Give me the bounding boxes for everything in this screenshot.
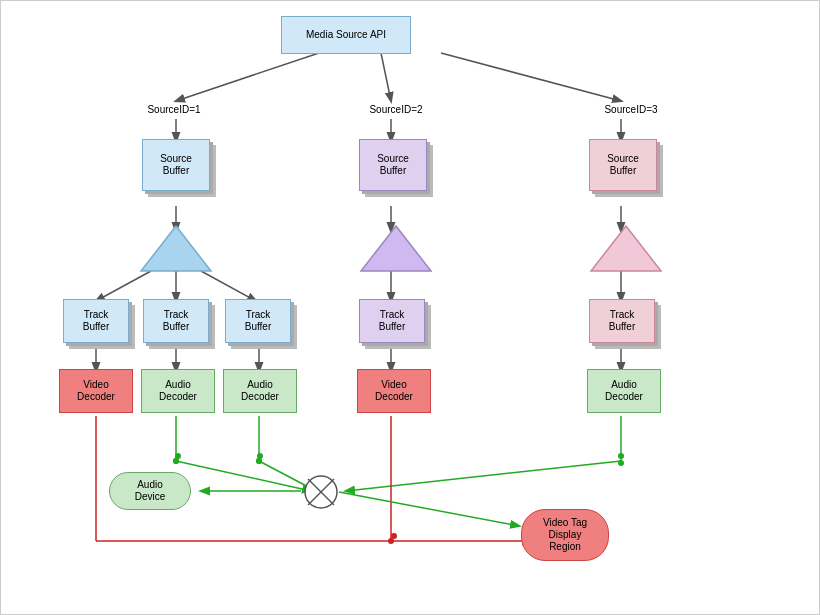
video-tag-display-region: Video TagDisplayRegion [521, 509, 609, 561]
svg-marker-34 [141, 226, 211, 271]
video-decoder-2: VideoDecoder [357, 369, 431, 413]
triangle-1 [136, 221, 216, 276]
audio-decoder-1a: AudioDecoder [141, 369, 215, 413]
svg-line-22 [176, 461, 311, 491]
svg-line-26 [346, 461, 621, 491]
svg-line-2 [176, 53, 319, 101]
source-id-1-label: SourceID=1 [129, 101, 219, 119]
source-buffer-3: SourceBuffer [589, 139, 657, 191]
track-buffer-1c: TrackBuffer [225, 299, 291, 343]
source-id-2-label: SourceID=2 [351, 101, 441, 119]
svg-point-32 [256, 458, 262, 464]
source-buffer-1: SourceBuffer [142, 139, 210, 191]
source-buffer-2: SourceBuffer [359, 139, 427, 191]
source-id-3-label: SourceID=3 [586, 101, 676, 119]
triangle-3 [586, 221, 666, 276]
diagram-container: Media Source API SourceID=1 SourceID=2 S… [0, 0, 820, 615]
svg-point-31 [173, 458, 179, 464]
audio-device: AudioDevice [109, 472, 191, 510]
media-source-api-box: Media Source API [281, 16, 411, 54]
svg-line-4 [441, 53, 621, 101]
track-buffer-1a: TrackBuffer [63, 299, 129, 343]
audio-decoder-3: AudioDecoder [587, 369, 661, 413]
mixer-circle [303, 474, 339, 510]
video-decoder-1: VideoDecoder [59, 369, 133, 413]
track-buffer-3: TrackBuffer [589, 299, 655, 343]
svg-marker-36 [591, 226, 661, 271]
track-buffer-1b: TrackBuffer [143, 299, 209, 343]
triangle-2 [356, 221, 436, 276]
svg-line-3 [381, 53, 391, 101]
audio-decoder-1b: AudioDecoder [223, 369, 297, 413]
svg-point-33 [388, 538, 394, 544]
track-buffer-2: TrackBuffer [359, 299, 425, 343]
svg-marker-35 [361, 226, 431, 271]
